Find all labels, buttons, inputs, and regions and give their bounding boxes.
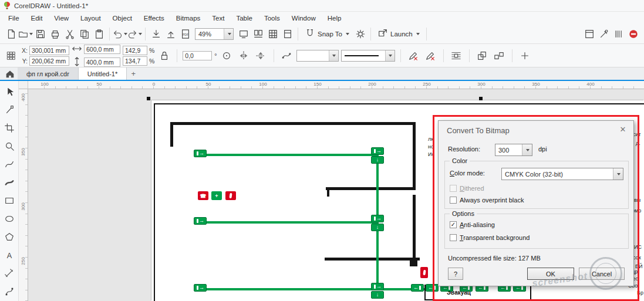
- scale-y-input[interactable]: 134,7: [123, 56, 147, 66]
- canvas-text-fragment[interactable]: сит: [633, 131, 641, 137]
- evacuation-route[interactable]: [376, 155, 379, 290]
- application-launcher-dropdown[interactable]: Launch: [374, 27, 423, 41]
- menu-file[interactable]: File: [2, 13, 25, 23]
- barcode-icon[interactable]: [611, 27, 626, 41]
- mirror-vertical-icon[interactable]: [254, 49, 268, 63]
- welcome-screen-icon[interactable]: [582, 27, 596, 41]
- redo-icon[interactable]: [127, 27, 142, 41]
- close-icon[interactable]: ✕: [618, 125, 628, 134]
- object-width-input[interactable]: 600,0 mm: [84, 45, 120, 54]
- menu-bitmaps[interactable]: Bitmaps: [170, 13, 207, 23]
- zoom-tool[interactable]: [1, 137, 18, 155]
- fire-extinguisher-icon[interactable]: [225, 191, 236, 200]
- snap-to-dropdown[interactable]: Snap To: [301, 27, 353, 41]
- plus-icon[interactable]: [518, 49, 532, 63]
- open-icon[interactable]: [18, 27, 33, 41]
- cut-icon[interactable]: [62, 27, 77, 41]
- exit-sign[interactable]: →: [194, 150, 207, 157]
- show-grid-icon[interactable]: [265, 27, 280, 41]
- wall[interactable]: [170, 122, 173, 147]
- help-button[interactable]: ?: [448, 268, 463, 280]
- wall[interactable]: [410, 259, 417, 266]
- new-document-icon[interactable]: [4, 27, 18, 41]
- chevron-down-icon[interactable]: [522, 144, 532, 155]
- menu-help[interactable]: Help: [322, 13, 348, 23]
- rotation-angle-input[interactable]: 0,0: [183, 51, 212, 60]
- print-icon[interactable]: [48, 27, 62, 41]
- horizontal-ruler[interactable]: 10050050100150200250300350400: [28, 81, 644, 89]
- vertical-ruler[interactable]: 400350300250: [19, 89, 28, 301]
- chevron-down-icon[interactable]: [613, 168, 623, 180]
- phone-icon[interactable]: ☎: [198, 191, 208, 200]
- selection-handle[interactable]: [147, 97, 150, 100]
- object-height-input[interactable]: 400,0 mm: [84, 58, 120, 67]
- group-icon[interactable]: [475, 49, 490, 63]
- text-tool[interactable]: A: [1, 246, 18, 264]
- color-mode-select[interactable]: CMYK Color (32-bit): [501, 168, 623, 180]
- pdf-publish-icon[interactable]: PDF: [178, 27, 193, 41]
- page-layout-icon[interactable]: [280, 27, 295, 41]
- menu-window[interactable]: Window: [286, 13, 322, 23]
- wall[interactable]: [413, 122, 416, 188]
- fill-pen-icon[interactable]: [423, 49, 438, 63]
- transparent-background-checkbox[interactable]: Transparent background: [450, 234, 530, 241]
- exit-sign[interactable]: ←: [426, 284, 439, 292]
- exit-sign[interactable]: ←: [411, 284, 424, 292]
- polygon-tool[interactable]: [1, 228, 18, 246]
- selection-handle[interactable]: [479, 97, 483, 100]
- rectangle-tool[interactable]: [1, 191, 18, 209]
- eyedropper-icon[interactable]: [596, 27, 611, 41]
- exit-sign[interactable]: ↓: [371, 291, 384, 299]
- artistic-media-tool[interactable]: [1, 173, 18, 191]
- home-tab-button[interactable]: [2, 67, 18, 80]
- save-icon[interactable]: [33, 27, 48, 41]
- x-position-input[interactable]: 300,001 mm: [29, 46, 69, 55]
- text-wrap-icon[interactable]: [449, 49, 464, 63]
- outline-width-select[interactable]: [296, 50, 339, 62]
- canvas-text-fragment[interactable]: Ис: [428, 151, 434, 157]
- wall[interactable]: [326, 187, 416, 190]
- menu-table[interactable]: Table: [230, 13, 258, 23]
- canvas-text-fragment[interactable]: вы: [634, 197, 640, 203]
- zoom-level-select[interactable]: 49%: [195, 28, 234, 40]
- shape-tool[interactable]: [1, 100, 18, 119]
- scale-x-input[interactable]: 142,9: [123, 46, 147, 55]
- outline-pen-icon[interactable]: [406, 49, 421, 63]
- fire-extinguisher-icon[interactable]: [420, 267, 428, 278]
- overprint-black-checkbox[interactable]: Always overprint black: [450, 197, 524, 204]
- dimension-tool[interactable]: [1, 264, 18, 282]
- import-icon[interactable]: [149, 27, 163, 41]
- bezier-tool[interactable]: [1, 282, 18, 300]
- wall[interactable]: [413, 195, 416, 261]
- crop-tool[interactable]: [1, 119, 18, 137]
- mirror-horizontal-icon[interactable]: [237, 49, 251, 63]
- paste-icon[interactable]: [92, 27, 106, 41]
- evacuation-route[interactable]: [194, 154, 379, 156]
- exit-sign[interactable]: ↓: [371, 224, 384, 231]
- exit-sign[interactable]: →: [371, 283, 384, 290]
- lock-ratio-icon[interactable]: [157, 49, 171, 63]
- menu-tools[interactable]: Tools: [258, 13, 286, 23]
- undo-icon[interactable]: [113, 27, 127, 41]
- line-style-select[interactable]: [341, 50, 395, 62]
- evacuation-route[interactable]: [194, 221, 379, 224]
- exit-sign[interactable]: →: [194, 284, 207, 292]
- menu-edit[interactable]: Edit: [25, 13, 49, 23]
- canvas-text-fragment[interactable]: Бр: [637, 290, 643, 296]
- canvas-text-fragment[interactable]: сох: [633, 255, 641, 261]
- ellipse-tool[interactable]: [1, 209, 18, 228]
- canvas-text-fragment[interactable]: но: [428, 144, 434, 150]
- menu-layout[interactable]: Layout: [75, 13, 107, 23]
- exit-sign[interactable]: ↓: [371, 156, 384, 164]
- menu-object[interactable]: Object: [107, 13, 138, 23]
- menu-effects[interactable]: Effects: [138, 13, 170, 23]
- first-aid-icon[interactable]: +: [211, 191, 222, 200]
- y-position-input[interactable]: 200,062 mm: [29, 56, 69, 66]
- menu-text[interactable]: Text: [206, 13, 230, 23]
- exit-sign[interactable]: →: [371, 215, 384, 222]
- options-icon[interactable]: [353, 27, 367, 41]
- tab-document-1[interactable]: фп гл крой.cdr: [18, 67, 79, 80]
- view-navigator-icon[interactable]: [251, 27, 265, 41]
- resolution-select[interactable]: 300: [495, 144, 532, 156]
- record-toggle-icon[interactable]: [626, 27, 640, 41]
